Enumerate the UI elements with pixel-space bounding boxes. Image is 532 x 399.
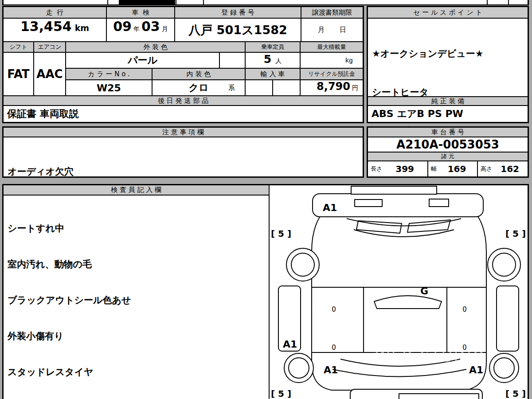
tread-depth-front-right: [ 5 ] <box>505 388 526 399</box>
registration-value: 八戸 501ス1582 <box>175 19 301 42</box>
notes-block: 注 意 事 項 欄 オーディオ欠穴 純正アルミ付夏タイヤ積込 <box>2 126 364 178</box>
rear-trim-right <box>429 199 449 207</box>
inspector-list: シートすれ中 室内汚れ、動物の毛 ブラックアウトシール色あせ 外装小傷有り スタ… <box>4 196 269 399</box>
import-value-cell-1 <box>246 80 273 96</box>
dimensions-header: 諸 元 <box>368 153 528 161</box>
damage-mark-a1-rear: A1 <box>323 202 337 213</box>
notes-list: オーディオ欠穴 純正アルミ付夏タイヤ積込 <box>4 137 363 176</box>
sales-points-list: ★オークションデビュー★ シートヒータ クルーズコントロール 寒冷地仕様 <box>368 19 528 96</box>
color-no-value: W25 <box>66 80 153 96</box>
notes-header: 注 意 事 項 欄 <box>4 128 363 137</box>
inspector-line: 室内汚れ、動物の毛 <box>8 258 265 270</box>
damage-mark-a1-left-sill: A1 <box>283 339 297 350</box>
sales-points-panel: セ ー ル ス ポ イ ン ト ★オークションデビュー★ シートヒータ クルーズ… <box>367 6 529 123</box>
rear-license-plate <box>351 186 437 194</box>
damage-mark-a1-front-right: A1 <box>469 364 483 376</box>
max-load-value: kg <box>301 53 363 69</box>
later-parts-value: 保証書 車両取説 <box>4 106 363 122</box>
damage-mark-g-roof: G <box>420 286 428 297</box>
tread-depth-rear-right: [ 5 ] <box>505 228 526 239</box>
sales-point-line: ★オークションデビュー★ <box>372 47 524 60</box>
registration-header: 登 録 番 号 <box>175 7 301 19</box>
chassis-header: 車 台 番 号 <box>368 128 528 137</box>
genuine-equipment-value: ABS エアB PS PW <box>368 106 528 122</box>
inspector-line: シートすれ中 <box>8 223 265 235</box>
note-line: オーディオ欠穴 <box>8 165 359 178</box>
front-license-plate <box>399 394 479 399</box>
transfer-value: 月 日 <box>301 19 363 42</box>
interior-color-value: クロ 系 <box>153 80 246 96</box>
capacity-value: 5 人 <box>246 53 301 69</box>
car-diagram: WEB STUDIO A1 G A1 A1 A1 [ 5 ] [ 5 ] [ 5… <box>270 185 528 399</box>
transfer-header: 譲渡書類期限 <box>301 7 363 19</box>
genuine-equipment-header: 純 正 装 備 <box>368 96 528 106</box>
import-value-cell-2 <box>273 80 301 96</box>
inspector-line: スタッドレスタイヤ <box>8 366 265 378</box>
rear-trim-left <box>355 200 382 207</box>
tread-depth-front-left: [ 5 ] <box>271 388 291 399</box>
mileage-header: 走 行 <box>4 7 107 19</box>
dimension-width-cell: 幅 169 <box>428 161 478 176</box>
max-load-header: 最大積載量 <box>301 42 363 53</box>
inspector-line: 外装小傷有り <box>8 330 265 342</box>
import-header: 輸 入 車 <box>246 69 301 80</box>
dimension-height-cell: 高さ 162 <box>478 161 528 176</box>
exterior-color-header: 外 装 色 <box>66 42 246 53</box>
right-sill-panel <box>497 286 519 351</box>
color-no-header: カ ラ ー N o . <box>66 69 153 80</box>
tread-depth-rear-left: [ 5 ] <box>271 228 291 239</box>
sales-points-header: セ ー ル ス ポ イ ン ト <box>368 7 528 19</box>
aircon-header: エアコン <box>34 42 66 53</box>
dimension-length-cell: 長さ 399 <box>368 161 428 176</box>
rear-bumper <box>313 194 483 217</box>
shift-value: FAT <box>4 53 34 96</box>
main-spec-table: 走 行 車 検 登 録 番 号 譲渡書類期限 13,454 km 09 年 03… <box>2 6 364 123</box>
inspection-header: 車 検 <box>107 7 175 19</box>
mileage-value: 13,454 km <box>4 19 107 42</box>
shift-header: シフト <box>4 42 34 53</box>
hinge-mark-rl: 0 <box>332 305 336 313</box>
aircon-value: AAC <box>34 53 66 96</box>
exterior-color-extra-cell <box>220 53 246 69</box>
later-parts-header: 後 日 発 送 部 品 <box>4 96 363 106</box>
inspector-line: ブラックアウトシール色あせ <box>8 294 265 306</box>
damage-mark-a1-front-left: A1 <box>324 364 338 376</box>
hinge-mark-fl: 0 <box>332 344 336 352</box>
chassis-value: A210A-0053053 <box>368 137 528 153</box>
inspection-value: 09 年 03 月 <box>107 19 175 42</box>
auction-sheet: 走 行 車 検 登 録 番 号 譲渡書類期限 13,454 km 09 年 03… <box>0 0 532 399</box>
recycle-header: リサイクル預託金 <box>301 69 363 80</box>
cutoff-top-row <box>2 0 529 5</box>
watermark: WEB STUDIO <box>375 348 485 365</box>
hinge-mark-rr: 0 <box>462 305 467 313</box>
capacity-header: 乗車定員 <box>246 42 301 53</box>
masked-cell <box>119 0 175 4</box>
inspector-header: 検 査 員 記 入 欄 <box>4 185 269 196</box>
inspection-section: 検 査 員 記 入 欄 シートすれ中 室内汚れ、動物の毛 ブラックアウトシール色… <box>2 184 529 399</box>
exterior-color-value: パール <box>66 53 220 69</box>
hinge-mark-fr: 0 <box>462 344 467 352</box>
recycle-value: 8,790 円 <box>301 80 363 96</box>
interior-color-suffix: 系 <box>228 84 235 92</box>
interior-color-header: 内 装 色 <box>153 69 246 80</box>
chassis-block: 車 台 番 号 A210A-0053053 諸 元 長さ 399 幅 169 高… <box>367 126 529 178</box>
